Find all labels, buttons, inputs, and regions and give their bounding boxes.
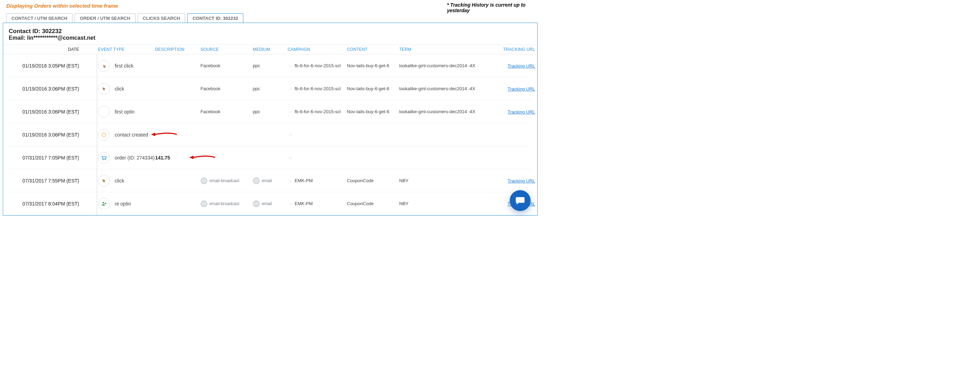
- cell-event: re optin: [86, 198, 155, 210]
- col-tracking-url: TRACKING URL: [490, 47, 535, 52]
- medium-text: email: [262, 178, 272, 183]
- chat-icon: [515, 195, 525, 206]
- cell-campaign: →: [288, 132, 347, 138]
- event-label: click: [115, 178, 124, 184]
- tracking-url-link[interactable]: Tracking URL: [508, 178, 535, 184]
- cell-campaign: →: [288, 155, 347, 160]
- cell-event: contact created: [86, 129, 155, 141]
- cell-term: NBY: [399, 178, 490, 183]
- cell-medium: email: [253, 200, 288, 207]
- cell-event: first optin: [86, 106, 155, 118]
- cell-date: 01/19/2016 3:06PM (EST): [9, 109, 86, 114]
- cell-event: click: [86, 175, 155, 187]
- cell-tracking-url: Tracking URL: [490, 109, 535, 114]
- arrow-icon: →: [288, 86, 293, 92]
- cell-tracking-url: Tracking URL: [490, 63, 535, 68]
- cell-source: email-broadcast: [200, 200, 253, 207]
- tab-0[interactable]: CONTACT / UTM SEARCH: [6, 13, 73, 23]
- cell-event: click: [86, 83, 155, 95]
- col-description: DESCRIPTION: [155, 47, 200, 52]
- cell-campaign: →fb-6-for-6-nov-2015-scl: [288, 86, 347, 92]
- cell-content: CouponCode: [347, 201, 399, 206]
- cell-date: 07/31/2017 8:04PM (EST): [9, 201, 86, 206]
- chat-widget-button[interactable]: [510, 190, 531, 211]
- svg-line-5: [105, 136, 106, 137]
- col-campaign: CAMPAIGN: [288, 47, 347, 52]
- cell-event: first click: [86, 60, 155, 72]
- cell-campaign: →fb-6-for-6-nov-2015-scl: [288, 109, 347, 114]
- cell-medium: email: [253, 177, 288, 184]
- table-row: 07/31/2017 7:05PM (EST)order (ID: 274334…: [9, 146, 532, 169]
- order-icon: [98, 152, 110, 164]
- cell-date: 01/19/2016 3:06PM (EST): [9, 86, 86, 92]
- email-icon: email: [253, 177, 272, 184]
- event-label: re optin: [115, 201, 131, 206]
- table-row: 01/19/2016 3:06PM (EST)first optinFacebo…: [9, 100, 532, 123]
- col-date: DATE: [9, 47, 86, 52]
- cell-content: Nov-tails-buy-6-get-6: [347, 86, 399, 91]
- event-label: first click: [115, 63, 134, 68]
- svg-point-8: [103, 159, 103, 160]
- contact-email: Email: lin***********@comcast.net: [9, 35, 532, 41]
- medium-text: email: [262, 201, 272, 206]
- notice-right: * Tracking History is current up to yest…: [447, 2, 538, 13]
- arrow-icon: →: [288, 201, 293, 206]
- campaign-text: EMK-PM: [294, 201, 313, 206]
- table-row: 07/31/2017 7:55PM (EST)clickemail-broadc…: [9, 169, 532, 192]
- tab-2[interactable]: CLICKS SEARCH: [138, 13, 186, 23]
- cell-source: Facebook: [200, 109, 253, 114]
- table-header: DATE EVENT TYPE DESCRIPTION SOURCE MEDIU…: [3, 44, 537, 54]
- col-content: CONTENT: [347, 47, 399, 52]
- col-medium: MEDIUM: [253, 47, 288, 52]
- arrow-icon: →: [288, 63, 293, 68]
- cell-term: NBY: [399, 201, 490, 206]
- table-row: 01/19/2016 3:06PM (EST)contact created→: [9, 123, 532, 146]
- svg-point-9: [105, 159, 106, 160]
- top-bar: Displaying Orders within selected time f…: [3, 2, 538, 13]
- col-event-type: EVENT TYPE: [86, 47, 155, 52]
- source-text: email-broadcast: [210, 201, 239, 206]
- tab-1[interactable]: ORDER / UTM SEARCH: [75, 13, 135, 23]
- event-label: click: [115, 86, 124, 92]
- cell-date: 07/31/2017 7:05PM (EST): [9, 155, 86, 160]
- notice-left: Displaying Orders within selected time f…: [3, 2, 118, 11]
- cell-term: lookalike-gml-customers-dec2014 -4X: [399, 63, 490, 68]
- arrow-icon: →: [288, 155, 293, 160]
- cell-campaign: →EMK-PM: [288, 178, 347, 184]
- cell-tracking-url: Tracking URL: [490, 178, 535, 184]
- cell-date: 01/19/2016 3:05PM (EST): [9, 63, 86, 68]
- tab-bar: CONTACT / UTM SEARCHORDER / UTM SEARCHCL…: [3, 13, 538, 23]
- tracking-url-link[interactable]: Tracking URL: [508, 110, 535, 114]
- cell-event: order (ID: 274334): [86, 152, 155, 164]
- first-click-icon: [98, 60, 110, 72]
- table-row: 01/19/2016 3:06PM (EST)clickFacebookppc→…: [9, 77, 532, 100]
- svg-point-10: [102, 202, 104, 203]
- cell-medium: ppc: [253, 109, 288, 114]
- campaign-text: fb-6-for-6-nov-2015-scl: [294, 109, 340, 114]
- cell-source: Facebook: [200, 63, 253, 68]
- tab-3[interactable]: CONTACT ID: 302232: [187, 13, 243, 23]
- svg-line-6: [105, 133, 106, 134]
- click-icon: [98, 83, 110, 95]
- arrow-icon: →: [288, 109, 293, 114]
- col-source: SOURCE: [200, 47, 253, 52]
- email-icon: email-broadcast: [200, 200, 239, 207]
- arrow-icon: →: [288, 132, 293, 138]
- cell-campaign: →fb-6-for-6-nov-2015-scl: [288, 63, 347, 68]
- contact-panel: Contact ID: 302232 Email: lin***********…: [3, 23, 538, 216]
- tracking-url-link[interactable]: Tracking URL: [508, 63, 535, 68]
- source-text: email-broadcast: [210, 178, 239, 183]
- cell-source: Facebook: [200, 86, 253, 91]
- cell-content: Nov-tails-buy-6-get-6: [347, 63, 399, 68]
- cell-content: CouponCode: [347, 178, 399, 183]
- cell-date: 01/19/2016 3:06PM (EST): [9, 132, 86, 138]
- email-icon: email-broadcast: [200, 177, 239, 184]
- cell-medium: ppc: [253, 86, 288, 91]
- cell-source: email-broadcast: [200, 177, 253, 184]
- event-label: contact created: [115, 132, 148, 138]
- cell-content: Nov-tails-buy-6-get-6: [347, 109, 399, 114]
- event-label: first optin: [115, 109, 135, 114]
- table-row: 07/31/2017 8:04PM (EST)re optinemail-bro…: [9, 192, 532, 215]
- cell-tracking-url: Tracking URL: [490, 86, 535, 92]
- tracking-url-link[interactable]: Tracking URL: [508, 86, 535, 92]
